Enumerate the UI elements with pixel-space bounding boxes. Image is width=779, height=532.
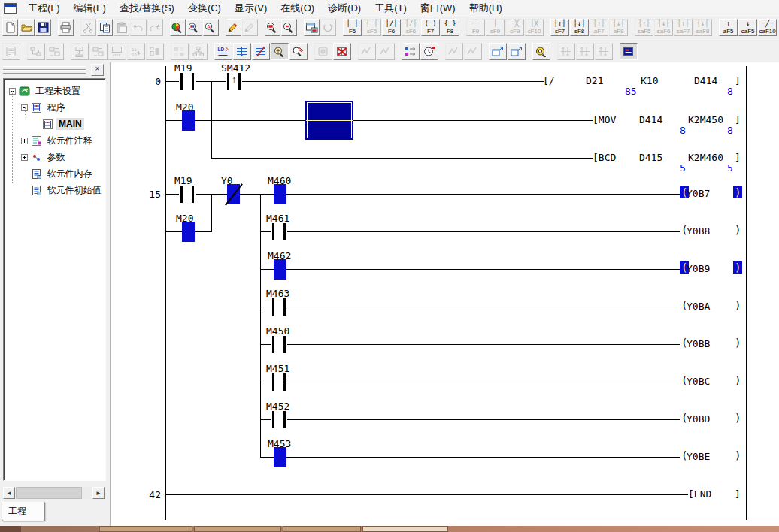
copy-button[interactable] bbox=[97, 19, 113, 36]
scrollbar-thumb[interactable] bbox=[16, 487, 82, 499]
menu-item-edit[interactable]: 编辑(E) bbox=[67, 0, 113, 17]
taskbar-window-button[interactable] bbox=[99, 526, 192, 532]
ladder-contact-m19[interactable] bbox=[179, 184, 196, 204]
line-insert-button[interactable] bbox=[233, 43, 251, 60]
ladder-symbol-sf7-button[interactable]: ┤↑├sF7 bbox=[550, 19, 569, 36]
ladder-coil-y0bd[interactable]: Y0BD bbox=[687, 413, 710, 425]
open-button[interactable] bbox=[19, 19, 35, 36]
mov-instruction[interactable]: D414 bbox=[639, 114, 662, 125]
ladder-coil-y0b8[interactable]: Y0B8 bbox=[687, 225, 710, 237]
ladder-contact-sm412[interactable]: ↑ bbox=[226, 71, 242, 92]
menu-item-window[interactable]: 窗口(W) bbox=[414, 0, 462, 17]
tree-item-node-5[interactable]: 软元件内存 bbox=[21, 166, 95, 181]
ladder-symbol-f5-button[interactable]: ┤ ├F5 bbox=[343, 19, 362, 36]
ladder-contact-m19[interactable] bbox=[179, 71, 196, 92]
project-tab[interactable]: 工程 bbox=[2, 502, 45, 521]
taskbar-window-button[interactable] bbox=[362, 526, 448, 532]
ladder-symbol-caf5-button[interactable]: ↓caF5 bbox=[738, 19, 757, 36]
menu-item-help[interactable]: 帮助(H) bbox=[462, 0, 509, 17]
device-batch-button[interactable] bbox=[402, 43, 420, 60]
ladder-coil-y0bc[interactable]: Y0BC bbox=[687, 376, 710, 387]
taskbar-window-button[interactable] bbox=[194, 526, 281, 532]
ladder-symbol-sf8-button[interactable]: ┤↓├sF8 bbox=[570, 19, 589, 36]
ladder-symbol-f6-button[interactable]: ┤/├F6 bbox=[382, 19, 401, 36]
ladder-contact-m462[interactable] bbox=[274, 259, 286, 280]
zoom-out-button[interactable] bbox=[281, 19, 297, 36]
ladder-contact-m452[interactable] bbox=[271, 410, 287, 430]
convert-to-ladder-button[interactable]: LD bbox=[214, 43, 232, 60]
monitor-mode-button[interactable] bbox=[620, 43, 638, 60]
ladder-contact-m461[interactable] bbox=[271, 222, 287, 242]
div-instruction[interactable]: D21 bbox=[586, 75, 603, 86]
find-button[interactable] bbox=[170, 19, 186, 36]
menu-item-diagnostics[interactable]: 诊断(D) bbox=[321, 0, 368, 17]
end-instruction[interactable]: ] bbox=[735, 488, 741, 500]
open-window-2-button[interactable] bbox=[508, 43, 526, 60]
tree-item-node-4[interactable]: 参数 bbox=[21, 150, 68, 165]
div-instruction[interactable]: K10 bbox=[641, 75, 658, 86]
ladder-coil-y0b7[interactable]: Y0B7 bbox=[687, 188, 710, 199]
menu-item-project[interactable]: 工程(F) bbox=[21, 0, 67, 17]
menu-item-online[interactable]: 在线(O) bbox=[274, 0, 321, 17]
clock-setting-button[interactable] bbox=[420, 43, 438, 60]
tree-item-node-1[interactable]: 程序 bbox=[21, 100, 68, 115]
tree-expander-plus[interactable] bbox=[21, 138, 28, 144]
close-panel-button[interactable]: × bbox=[91, 64, 104, 76]
bcd-instruction[interactable]: [BCD bbox=[593, 152, 616, 163]
mdi-child-window-icon[interactable] bbox=[4, 3, 17, 14]
tree-expander-minus[interactable] bbox=[21, 104, 28, 111]
find-device-button[interactable] bbox=[186, 19, 202, 36]
ladder-coil-y0ba[interactable]: Y0BA bbox=[687, 301, 710, 312]
tree-item-node-0[interactable]: 工程未设置 bbox=[9, 83, 83, 98]
ladder-contact-m20[interactable] bbox=[182, 110, 195, 131]
ladder-editor[interactable]: 01542M19SM412↑M20M19Y0M460M20M461M462M46… bbox=[110, 62, 779, 526]
ladder-contact-m20[interactable] bbox=[182, 222, 195, 242]
div-instruction[interactable]: [/ bbox=[543, 75, 555, 86]
print-button[interactable] bbox=[58, 19, 74, 36]
div-instruction[interactable]: D414 bbox=[694, 75, 717, 86]
program-check-button[interactable] bbox=[333, 43, 351, 60]
bcd-instruction[interactable]: D415 bbox=[639, 152, 662, 163]
bcd-instruction[interactable]: K2M460 bbox=[688, 152, 723, 163]
mov-instruction[interactable]: K2M450 bbox=[688, 114, 723, 125]
tree-expander-plus[interactable] bbox=[21, 154, 28, 161]
ladder-coil-y0b9[interactable]: Y0B9 bbox=[687, 263, 710, 274]
find-string-button[interactable]: A bbox=[203, 19, 219, 36]
menu-item-tools[interactable]: 工具(T) bbox=[368, 0, 414, 17]
open-window-button[interactable] bbox=[489, 43, 507, 60]
ladder-contact-y0[interactable] bbox=[227, 184, 240, 204]
window-zoom-button[interactable] bbox=[304, 19, 320, 36]
ladder-coil-y0bb[interactable]: Y0BB bbox=[687, 338, 710, 349]
monitor-start-button[interactable] bbox=[271, 43, 289, 60]
ladder-coil-y0be[interactable]: Y0BE bbox=[687, 451, 710, 462]
new-button[interactable] bbox=[2, 19, 18, 36]
scroll-right-button[interactable]: ► bbox=[92, 487, 105, 499]
ladder-symbol-caf10-button[interactable]: ─╱─caF10 bbox=[758, 19, 777, 36]
monitor-write-button[interactable] bbox=[289, 43, 308, 60]
taskbar-start-button[interactable] bbox=[0, 526, 21, 532]
ladder-contact-m451[interactable] bbox=[271, 372, 287, 392]
write-mode-button[interactable] bbox=[226, 19, 241, 36]
scroll-left-button[interactable]: ◄ bbox=[3, 487, 15, 499]
ladder-contact-m460[interactable] bbox=[274, 184, 286, 204]
ladder-contact-m453[interactable] bbox=[274, 447, 286, 467]
ladder-contact-m450[interactable] bbox=[271, 334, 287, 355]
mov-instruction[interactable]: [MOV bbox=[593, 114, 616, 125]
menu-item-convert[interactable]: 变换(C) bbox=[181, 0, 228, 17]
ladder-symbol-f7-button[interactable]: ( )F7 bbox=[421, 19, 440, 36]
taskbar-window-button[interactable] bbox=[283, 526, 361, 532]
div-instruction[interactable]: ] bbox=[735, 75, 741, 86]
ladder-symbol-af5-button[interactable]: ↑aF5 bbox=[719, 19, 738, 36]
panel-dock-header[interactable]: × bbox=[2, 64, 108, 75]
zoom-in-button[interactable] bbox=[265, 19, 280, 36]
tree-item-main[interactable]: MAIN bbox=[32, 116, 84, 131]
menu-item-view[interactable]: 显示(V) bbox=[228, 0, 274, 17]
end-instruction[interactable]: [END bbox=[688, 488, 711, 500]
ladder-contact-m463[interactable] bbox=[271, 297, 287, 317]
tree-item-node-3[interactable]: 软元件注释 bbox=[21, 133, 95, 148]
bcd-instruction[interactable]: ] bbox=[735, 152, 741, 163]
scrollbar-track[interactable] bbox=[15, 487, 92, 499]
ladder-symbol-f8-button[interactable]: { }F8 bbox=[441, 19, 459, 36]
menu-item-find-replace[interactable]: 查找/替换(S) bbox=[113, 0, 181, 17]
zoom-monitor-button[interactable] bbox=[532, 43, 550, 60]
